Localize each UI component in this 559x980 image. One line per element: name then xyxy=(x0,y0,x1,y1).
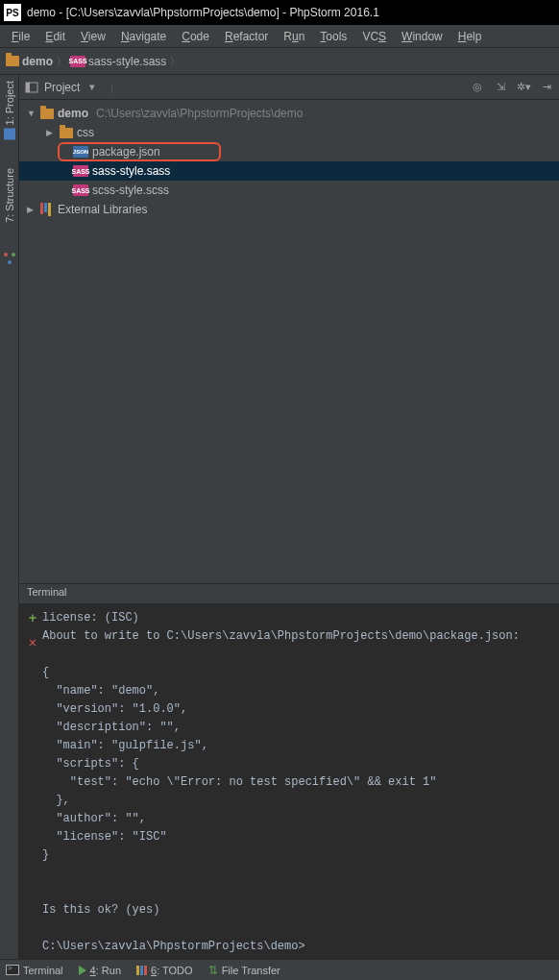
terminal-output[interactable]: license: (ISC) About to write to C:\User… xyxy=(42,609,553,953)
statusbar: Terminal 4: Run 6: TODO ⇅ File Transfer xyxy=(0,959,559,980)
status-run-label: : Run xyxy=(96,965,121,976)
tree-external-libraries[interactable]: ▶ External Libraries xyxy=(19,200,559,219)
window-titlebar: PS demo - [C:\Users\zavvla\PhpstormProje… xyxy=(0,0,559,25)
terminal-panel-title[interactable]: Terminal xyxy=(19,584,559,603)
tree-item-css[interactable]: ▶ css xyxy=(19,123,559,142)
svg-rect-4 xyxy=(26,83,30,92)
breadcrumb-root-label: demo xyxy=(22,55,53,68)
status-run[interactable]: 4: Run xyxy=(79,965,121,976)
sass-icon: SASS xyxy=(70,56,85,67)
sass-icon: SASS xyxy=(73,184,88,196)
todo-icon xyxy=(136,966,147,975)
terminal-gutter: + ✕ xyxy=(23,609,42,953)
project-tree[interactable]: ▼ demo C:\Users\zavvla\PhpstormProjects\… xyxy=(19,100,559,583)
chevron-down-icon[interactable]: ▾ xyxy=(85,81,99,94)
project-tab-icon xyxy=(4,128,15,139)
tree-root-path: C:\Users\zavvla\PhpstormProjects\demo xyxy=(96,107,303,120)
tool-structure-tab[interactable]: 7: Structure xyxy=(4,168,15,223)
run-icon xyxy=(79,966,86,975)
tree-item-sass-style[interactable]: SASS sass-style.sass xyxy=(19,161,559,181)
tree-item-label: External Libraries xyxy=(58,203,147,216)
hide-icon[interactable]: ⇥ xyxy=(540,81,553,94)
project-view-icon[interactable] xyxy=(25,81,38,94)
menu-tools[interactable]: Tools xyxy=(312,28,354,45)
menu-navigate[interactable]: Navigate xyxy=(113,28,174,45)
tool-structure-label: 7: Structure xyxy=(4,168,15,223)
menu-view[interactable]: View xyxy=(73,28,113,45)
locate-icon[interactable]: ◎ xyxy=(471,81,484,94)
window-title: demo - [C:\Users\zavvla\PhpstormProjects… xyxy=(27,6,379,19)
folder-icon xyxy=(40,109,54,119)
status-file-transfer-label: File Transfer xyxy=(222,965,280,976)
gear-icon[interactable]: ✲▾ xyxy=(517,81,530,94)
project-panel-title: Project xyxy=(44,81,80,94)
breadcrumb: demo 〉 SASS sass-style.sass 〉 xyxy=(6,55,180,68)
tool-project-label: 1: Project xyxy=(4,81,15,125)
tree-arrow-right-icon[interactable]: ▶ xyxy=(46,128,56,137)
project-panel-header: Project ▾ | ◎ ⇲ ✲▾ ⇥ xyxy=(19,75,559,100)
breadcrumb-file-label: sass-style.sass xyxy=(88,55,166,68)
tree-item-label: sass-style.sass xyxy=(92,164,170,178)
add-terminal-icon[interactable]: + xyxy=(29,611,36,626)
menu-refactor[interactable]: Refactor xyxy=(217,28,276,45)
status-file-transfer[interactable]: ⇅ File Transfer xyxy=(208,964,280,977)
divider: | xyxy=(105,81,118,94)
status-terminal-label: Terminal xyxy=(23,965,63,976)
chevron-right-icon: 〉 xyxy=(170,55,180,68)
svg-point-2 xyxy=(8,260,12,264)
file-transfer-icon: ⇅ xyxy=(208,964,218,977)
breadcrumb-root[interactable]: demo xyxy=(6,55,53,68)
tree-item-scss-style[interactable]: SASS scss-style.scss xyxy=(19,181,559,200)
status-todo[interactable]: 6: TODO xyxy=(136,965,193,976)
breadcrumb-file[interactable]: SASS sass-style.sass xyxy=(70,55,166,68)
status-todo-label: : TODO xyxy=(157,965,193,976)
svg-point-1 xyxy=(12,253,15,257)
close-terminal-icon[interactable]: ✕ xyxy=(29,634,36,650)
status-terminal[interactable]: Terminal xyxy=(6,965,63,976)
menu-code[interactable]: Code xyxy=(174,28,217,45)
navigation-bar: demo 〉 SASS sass-style.sass 〉 xyxy=(0,48,559,75)
terminal-panel: Terminal + ✕ license: (ISC) About to wri… xyxy=(19,583,559,959)
menubar: File Edit View Navigate Code Refactor Ru… xyxy=(0,25,559,48)
tree-arrow-right-icon[interactable]: ▶ xyxy=(27,205,36,214)
collapse-icon[interactable]: ⇲ xyxy=(494,81,507,94)
tree-root[interactable]: ▼ demo C:\Users\zavvla\PhpstormProjects\… xyxy=(19,104,559,123)
menu-file[interactable]: File xyxy=(4,28,37,45)
menu-help[interactable]: Help xyxy=(450,28,490,45)
left-tool-strip: 1: Project 7: Structure xyxy=(0,75,19,959)
terminal-icon xyxy=(6,965,19,975)
chevron-right-icon: 〉 xyxy=(57,55,66,68)
library-icon xyxy=(40,203,54,216)
tree-item-label: css xyxy=(77,126,94,139)
svg-point-0 xyxy=(4,253,8,257)
folder-icon xyxy=(60,128,73,138)
tree-item-package-json[interactable]: JSON package.json xyxy=(58,142,221,161)
tree-arrow-down-icon[interactable]: ▼ xyxy=(27,109,36,118)
tree-item-label: scss-style.scss xyxy=(92,184,169,197)
app-icon: PS xyxy=(4,4,21,21)
menu-window[interactable]: Window xyxy=(394,28,450,45)
sass-icon: SASS xyxy=(73,165,88,177)
menu-run[interactable]: Run xyxy=(276,28,312,45)
tree-item-label: package.json xyxy=(92,145,160,159)
folder-icon xyxy=(6,56,19,66)
structure-icon xyxy=(3,252,16,268)
menu-edit[interactable]: Edit xyxy=(37,28,73,45)
tool-project-tab[interactable]: 1: Project xyxy=(4,81,15,139)
menu-vcs[interactable]: VCS xyxy=(354,28,394,45)
tree-root-label: demo xyxy=(58,107,88,120)
json-icon: JSON xyxy=(73,146,88,158)
terminal-body[interactable]: + ✕ license: (ISC) About to write to C:\… xyxy=(19,603,559,959)
